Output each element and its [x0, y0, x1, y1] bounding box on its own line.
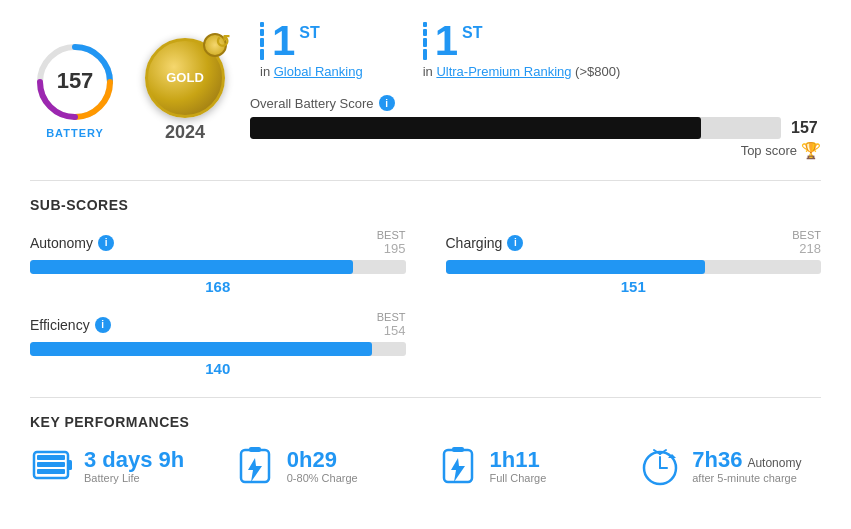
efficiency-bar-fill [30, 342, 372, 356]
full-charge-label: Full Charge [490, 472, 547, 484]
sub-scores-section: SUB-SCORES Autonomy i BEST 195 168 [30, 197, 821, 377]
efficiency-best-value: 154 [377, 323, 406, 338]
battery-score-text: 157 [57, 68, 94, 93]
charge-80-value: 0h29 [287, 448, 358, 472]
divider-1 [30, 180, 821, 181]
charge-80-icon [233, 444, 277, 488]
5min-autonomy-icon [638, 444, 682, 488]
gold-badge-text: GOLD [166, 70, 204, 85]
overall-section: Overall Battery Score i 157 Top score 🏆 [250, 95, 821, 160]
autonomy-header: Autonomy i BEST 195 [30, 229, 406, 256]
perf-full-charge-text: 1h11 Full Charge [490, 448, 547, 484]
autonomy-info-icon[interactable]: i [98, 235, 114, 251]
battery-score-circle: 157 [34, 41, 116, 123]
charging-best-label: BEST [792, 229, 821, 241]
svg-rect-2 [68, 460, 72, 470]
efficiency-value: 140 [30, 360, 406, 377]
gold-badge-wrap: GOLD 2024 [140, 38, 230, 143]
autonomy-best-label: BEST [377, 229, 406, 241]
sub-score-efficiency: Efficiency i BEST 154 140 [30, 311, 406, 377]
battery-score-wrap: 157 BATTERY [30, 41, 120, 139]
charging-bar-fill [446, 260, 705, 274]
key-perf-grid: 3 days 9h Battery Life 0h29 0-80% Charge [30, 444, 821, 488]
perf-charge-80-text: 0h29 0-80% Charge [287, 448, 358, 484]
global-ranking-link[interactable]: Global Ranking [274, 64, 363, 79]
battery-life-label: Battery Life [84, 472, 184, 484]
autonomy-name: Autonomy i [30, 235, 114, 251]
efficiency-best-label: BEST [377, 311, 406, 323]
battery-label: BATTERY [46, 127, 104, 139]
ultra-rank-bars [423, 22, 427, 60]
year-label: 2024 [165, 122, 205, 143]
svg-marker-8 [248, 458, 262, 482]
perf-5min-autonomy: 7h36 Autonomy after 5-minute charge [638, 444, 821, 488]
5min-autonomy-suffix: Autonomy [747, 456, 801, 470]
svg-marker-11 [451, 458, 465, 482]
score-bar-container [250, 117, 781, 139]
ultra-premium-ranking: 1 ST in Ultra-Premium Ranking (>$800) [423, 20, 621, 79]
autonomy-value: 168 [30, 278, 406, 295]
autonomy-bar-container [30, 260, 406, 274]
global-rank-subtitle: in Global Ranking [260, 64, 363, 79]
battery-life-value: 3 days 9h [84, 448, 184, 472]
sub-scores-grid: Autonomy i BEST 195 168 Charging i [30, 229, 821, 377]
score-bar-wrap: 157 [250, 117, 821, 139]
full-charge-value: 1h11 [490, 448, 547, 472]
battery-life-icon [30, 444, 74, 488]
autonomy-best-value: 195 [377, 241, 406, 256]
trophy-icon: 🏆 [801, 141, 821, 160]
ultra-rank-number: 1 ST [423, 20, 621, 62]
ultra-rank-subtitle: in Ultra-Premium Ranking (>$800) [423, 64, 621, 79]
ultra-premium-ranking-link[interactable]: Ultra-Premium Ranking [436, 64, 571, 79]
svg-rect-5 [37, 469, 65, 474]
global-ranking: 1 ST in Global Ranking [260, 20, 363, 79]
charging-value: 151 [446, 278, 822, 295]
svg-rect-4 [37, 462, 65, 467]
efficiency-bar-container [30, 342, 406, 356]
full-charge-icon [436, 444, 480, 488]
svg-rect-3 [37, 455, 65, 460]
charge-80-label: 0-80% Charge [287, 472, 358, 484]
ultra-rank-num: 1 [435, 20, 458, 62]
ultra-rank-st: ST [462, 24, 482, 42]
charging-header: Charging i BEST 218 [446, 229, 822, 256]
perf-battery-life: 3 days 9h Battery Life [30, 444, 213, 488]
charging-name: Charging i [446, 235, 524, 251]
gold-badge: GOLD [145, 38, 225, 118]
global-rank-st: ST [299, 24, 319, 42]
charging-bar-container [446, 260, 822, 274]
top-score-label: Top score 🏆 [250, 141, 821, 160]
charging-info-icon[interactable]: i [507, 235, 523, 251]
overall-label: Overall Battery Score i [250, 95, 821, 111]
right-section: 1 ST in Global Ranking 1 [250, 20, 821, 160]
efficiency-info-icon[interactable]: i [95, 317, 111, 333]
sub-score-autonomy: Autonomy i BEST 195 168 [30, 229, 406, 295]
svg-rect-10 [452, 447, 464, 452]
sub-scores-title: SUB-SCORES [30, 197, 821, 213]
perf-5min-text: 7h36 Autonomy after 5-minute charge [692, 448, 801, 484]
svg-rect-7 [249, 447, 261, 452]
key-perf-title: KEY PERFORMANCES [30, 414, 821, 430]
5min-autonomy-value: 7h36 [692, 448, 742, 472]
sub-score-charging: Charging i BEST 218 151 [446, 229, 822, 295]
efficiency-header: Efficiency i BEST 154 [30, 311, 406, 338]
overall-score-value: 157 [791, 119, 821, 137]
divider-2 [30, 397, 821, 398]
efficiency-name: Efficiency i [30, 317, 111, 333]
perf-full-charge: 1h11 Full Charge [436, 444, 619, 488]
global-rank-bars [260, 22, 264, 60]
global-rank-num: 1 [272, 20, 295, 62]
autonomy-bar-fill [30, 260, 353, 274]
charging-best-value: 218 [792, 241, 821, 256]
5min-autonomy-label: after 5-minute charge [692, 472, 801, 484]
score-bar-fill [250, 117, 701, 139]
perf-battery-life-text: 3 days 9h Battery Life [84, 448, 184, 484]
global-rank-number: 1 ST [260, 20, 363, 62]
rankings: 1 ST in Global Ranking 1 [250, 20, 821, 79]
perf-charge-80: 0h29 0-80% Charge [233, 444, 416, 488]
key-performances-section: KEY PERFORMANCES 3 days 9h Battery Life [30, 414, 821, 488]
header: 157 BATTERY GOLD 2024 1 [30, 20, 821, 160]
overall-info-icon[interactable]: i [379, 95, 395, 111]
